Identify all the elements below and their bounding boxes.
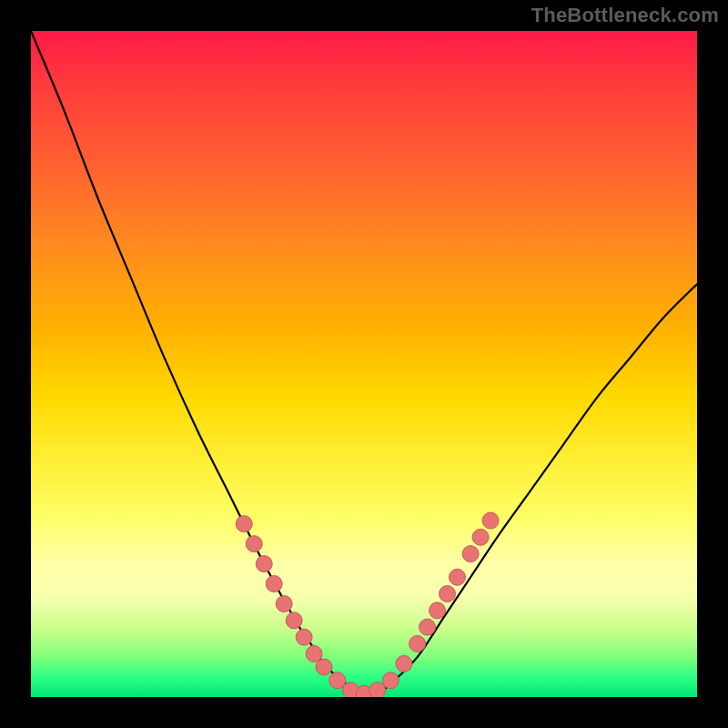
curve-dot: [306, 645, 322, 662]
curve-dot: [316, 659, 332, 675]
curve-dot: [382, 672, 399, 689]
curve-dot: [440, 586, 456, 602]
curve-dots: [236, 512, 499, 697]
curve-dot: [329, 672, 346, 689]
curve-dot: [482, 512, 499, 529]
curve-dot: [276, 596, 292, 612]
curve-dot: [246, 536, 262, 552]
curve-dot: [296, 629, 312, 645]
watermark-text: TheBottleneck.com: [531, 4, 719, 27]
curve-dot: [472, 529, 489, 545]
curve-dot: [266, 576, 282, 592]
curve-dot: [462, 546, 479, 562]
bottleneck-curve: [31, 31, 697, 694]
curve-dot: [410, 635, 426, 652]
plot-area: [31, 31, 697, 697]
chart-frame: TheBottleneck.com: [0, 0, 728, 728]
curve-dot: [236, 516, 252, 532]
curve-dot: [449, 569, 465, 585]
curve-dot: [256, 556, 272, 572]
chart-svg: [31, 31, 697, 697]
curve-dot: [396, 655, 412, 672]
curve-dot: [430, 602, 446, 619]
curve-dot: [420, 619, 436, 635]
curve-dot: [286, 612, 302, 629]
